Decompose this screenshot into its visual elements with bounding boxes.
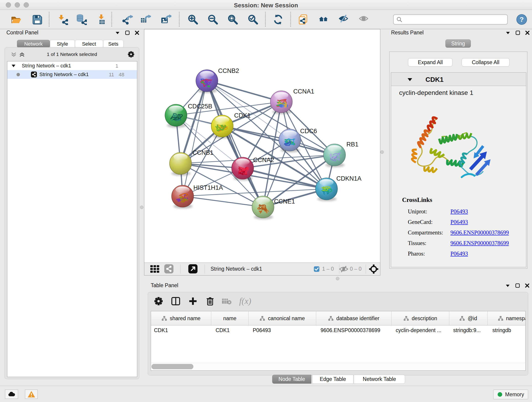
- column-header-shared-name[interactable]: shared name: [151, 311, 211, 325]
- panel-menu-icon[interactable]: [115, 31, 120, 34]
- close-panel-icon[interactable]: [525, 31, 530, 35]
- control-tab-network[interactable]: Network: [17, 40, 50, 48]
- add-column-icon[interactable]: [188, 297, 197, 306]
- save-session-button[interactable]: [31, 13, 43, 26]
- column-header-description[interactable]: description: [392, 311, 449, 325]
- column-header-name[interactable]: name: [211, 311, 249, 325]
- memory-button[interactable]: Memory: [493, 390, 528, 399]
- first-neighbors-button[interactable]: [318, 13, 330, 26]
- node-label-CCNE1: CCNE1: [274, 198, 295, 205]
- node-label-CDC25B: CDC25B: [188, 103, 212, 110]
- table-header: shared namename canonical name database …: [151, 311, 525, 325]
- birds-eye-icon[interactable]: [369, 264, 378, 274]
- horizontal-splitter-handle[interactable]: [336, 277, 339, 280]
- show-all-button[interactable]: [358, 13, 370, 26]
- zoom-in-button[interactable]: [187, 13, 199, 26]
- float-panel-icon[interactable]: [125, 31, 130, 35]
- network-view-icon[interactable]: [164, 264, 173, 274]
- detach-view-icon[interactable]: [188, 264, 197, 274]
- node-label-CCNB1: CCNB1: [192, 149, 214, 156]
- memory-status-icon: [497, 392, 503, 397]
- export-image-button[interactable]: [160, 13, 172, 26]
- network-edge-count: 48: [119, 72, 124, 78]
- node-table: shared namename canonical name database …: [151, 311, 526, 370]
- results-tab-string[interactable]: String: [445, 39, 471, 48]
- crosslink-link[interactable]: P06493: [450, 219, 468, 225]
- section-expander-icon[interactable]: [407, 78, 413, 81]
- import-database-button[interactable]: [75, 13, 87, 26]
- control-tab-select[interactable]: Select: [75, 40, 103, 48]
- selected-checkbox-icon[interactable]: [314, 266, 319, 272]
- close-panel-icon[interactable]: [135, 31, 139, 35]
- crosslink-link[interactable]: 9606.ENSP00000378699: [450, 240, 509, 246]
- expand-all-button[interactable]: Expand All: [408, 58, 452, 66]
- network-selection-summary: 1 of 1 Network selected: [5, 51, 139, 57]
- table-cell[interactable]: 9606.ENSP00000378699: [321, 327, 380, 333]
- hidden-eye-icon: [339, 265, 348, 273]
- split-view-icon[interactable]: [171, 297, 180, 306]
- cloud-icon: [8, 391, 16, 397]
- table-options-gear-icon[interactable]: [154, 297, 163, 306]
- panel-menu-icon[interactable]: [505, 31, 510, 34]
- grid-view-icon[interactable]: [150, 264, 160, 274]
- node-label-HIST1H1A: HIST1H1A: [193, 184, 223, 191]
- column-tree-icon: [328, 316, 334, 321]
- cdk1-section-header[interactable]: CDK1: [391, 73, 526, 86]
- crosslink-link[interactable]: P06493: [450, 250, 468, 257]
- search-input[interactable]: [402, 17, 501, 22]
- float-panel-icon[interactable]: [515, 31, 520, 35]
- table-cell[interactable]: CDK1: [154, 327, 168, 333]
- delete-column-icon[interactable]: [206, 297, 215, 306]
- zoom-out-button[interactable]: [207, 13, 219, 26]
- tree-expander-icon[interactable]: [11, 64, 16, 67]
- search-box: [393, 14, 508, 25]
- table-tab-edge-table[interactable]: Edge Table: [312, 375, 354, 384]
- import-table-button[interactable]: [96, 13, 108, 26]
- crosslink-link[interactable]: P06493: [450, 208, 468, 215]
- network-row[interactable]: String Network – cdk1 11 48: [7, 70, 137, 79]
- column-header-namespace[interactable]: namespace: [488, 311, 526, 325]
- export-image-icon: [160, 14, 171, 25]
- vertical-splitter-handle[interactable]: [140, 206, 143, 209]
- import-network-button[interactable]: [57, 13, 69, 26]
- float-panel-icon[interactable]: [515, 283, 520, 288]
- help-button[interactable]: ?: [516, 14, 527, 26]
- column-header-canonical-name[interactable]: canonical name: [249, 311, 316, 325]
- column-header-database-identifier[interactable]: database identifier: [316, 311, 392, 325]
- open-file-button[interactable]: [10, 13, 22, 26]
- export-table-button[interactable]: [139, 13, 152, 26]
- column-header--id[interactable]: @id: [449, 311, 488, 325]
- control-tab-sets[interactable]: Sets: [103, 40, 123, 48]
- node-label-CDC6: CDC6: [300, 128, 317, 134]
- node-label-RB1: RB1: [346, 141, 359, 148]
- collapse-all-button[interactable]: Collapse All: [462, 58, 510, 66]
- open-file-icon: [11, 14, 22, 25]
- warnings-button[interactable]: [25, 390, 38, 399]
- network-collection-row[interactable]: String Network – cdk1 1: [7, 61, 137, 70]
- export-network-button[interactable]: [121, 13, 133, 26]
- hscrollbar-thumb[interactable]: [152, 364, 193, 369]
- network-options-gear-icon[interactable]: [128, 51, 134, 58]
- table-cell[interactable]: CDK1: [215, 327, 230, 333]
- network-canvas[interactable]: CCNB2CCNA1CDC25BCDK1CDC6RB1CCNB1CCNA2CDK…: [144, 29, 380, 262]
- table-cell[interactable]: cyclin-dependent ...: [396, 327, 441, 333]
- toolbar-separator: [265, 12, 266, 27]
- duplicate-network-button[interactable]: [298, 13, 310, 26]
- control-tab-style[interactable]: Style: [50, 40, 75, 48]
- hide-selected-button[interactable]: [338, 13, 350, 26]
- zoom-out-icon: [207, 14, 218, 25]
- zoom-fit-button[interactable]: [227, 13, 239, 26]
- cloud-button[interactable]: [5, 390, 18, 399]
- table-cell[interactable]: stringdb:9...: [453, 327, 481, 333]
- table-cell[interactable]: stringdb: [492, 327, 511, 333]
- table-tab-node-table[interactable]: Node Table: [272, 375, 311, 384]
- zoom-selected-button[interactable]: [247, 13, 259, 26]
- collection-count: 1: [115, 63, 118, 69]
- close-panel-icon[interactable]: [525, 283, 530, 288]
- table-cell[interactable]: P06493: [253, 327, 271, 333]
- refresh-button[interactable]: [272, 13, 284, 26]
- crosslink-label: Uniprot:: [408, 208, 427, 215]
- panel-menu-icon[interactable]: [505, 284, 510, 287]
- crosslink-link[interactable]: 9606.ENSP00000378699: [450, 230, 509, 236]
- table-tab-network-table[interactable]: Network Table: [354, 375, 405, 384]
